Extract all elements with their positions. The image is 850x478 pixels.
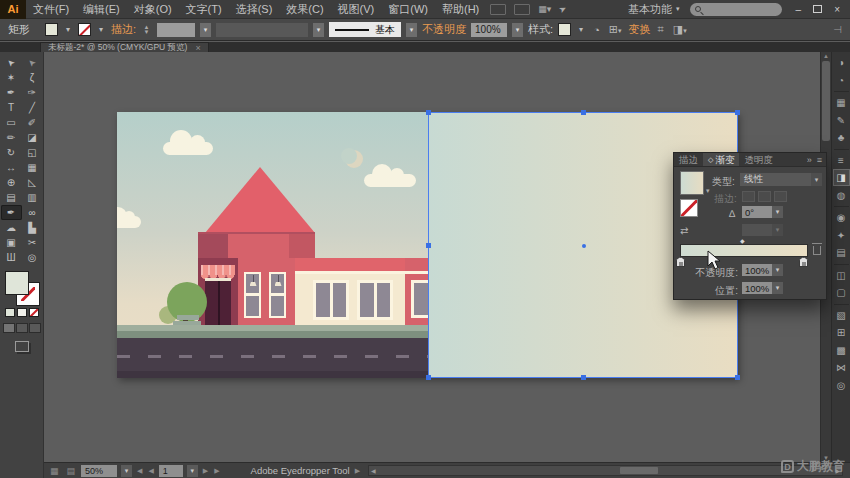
brush-definition-caret[interactable]: ▾ — [406, 23, 417, 37]
panel-menu-icon[interactable]: ≡ — [817, 155, 822, 165]
magic-wand-tool[interactable]: ✶ — [1, 70, 22, 85]
search-input[interactable] — [690, 3, 782, 16]
restore-button[interactable] — [813, 5, 822, 13]
recolor-artwork-icon[interactable]: ◔ — [591, 24, 602, 36]
document-tab[interactable]: 未标题-2* @ 50% (CMYK/GPU 预览) × — [40, 42, 209, 52]
pathfinder-panel-icon[interactable]: ⋈ — [833, 359, 850, 376]
align-icon[interactable]: ⌗ — [656, 23, 666, 36]
symbol-sprayer-tool[interactable]: ☁ — [1, 220, 22, 235]
opacity-value[interactable]: 100% — [471, 23, 507, 37]
reverse-gradient-icon[interactable]: ⇄ — [680, 225, 688, 236]
gradient-preview-swatch[interactable] — [680, 171, 704, 195]
style-caret-icon[interactable]: ▾ — [576, 25, 586, 34]
direct-selection-tool[interactable]: ➤ — [22, 55, 43, 70]
stroke-weight-stepper[interactable]: ▲▼ — [141, 23, 152, 37]
color-guide-panel-icon[interactable]: ◔ — [833, 72, 850, 89]
menu-view[interactable]: 视图(V) — [331, 2, 382, 17]
artboard-tool[interactable]: ▣ — [1, 235, 22, 250]
draw-behind-button[interactable] — [16, 323, 28, 333]
lasso-tool[interactable]: ζ — [22, 70, 43, 85]
transform-panel-icon[interactable]: ▩ — [833, 342, 850, 359]
shape-builder-tool[interactable]: ⊕ — [1, 175, 22, 190]
canvas-rotation-icon[interactable]: ▦ — [48, 466, 61, 476]
arrange-documents-icon[interactable]: ▦▾ — [534, 4, 555, 14]
gradient-tool[interactable]: ▥ — [22, 190, 43, 205]
layers-panel-icon[interactable]: ◫ — [833, 267, 850, 284]
mesh-tool[interactable]: ▤ — [1, 190, 22, 205]
transform-link[interactable]: 变换 — [629, 22, 651, 37]
none-button[interactable] — [29, 308, 39, 317]
prev-artboard-icon[interactable]: ◀ — [147, 467, 154, 475]
align-panel-icon[interactable]: ⊞ — [833, 324, 850, 341]
blend-tool[interactable]: ∞ — [22, 205, 43, 220]
stroke-weight-caret[interactable]: ▾ — [200, 23, 211, 37]
stroke-none-swatch[interactable] — [680, 199, 698, 217]
tab-gradient[interactable]: ◇渐变 — [703, 153, 739, 166]
eraser-tool[interactable]: ◪ — [22, 130, 43, 145]
gradient-midpoint-icon[interactable]: ◆ — [740, 237, 745, 244]
first-artboard-icon[interactable]: ◀ — [136, 467, 143, 475]
scroll-left-icon[interactable]: ◀ — [371, 467, 376, 474]
paintbrush-tool[interactable]: ✐ — [22, 115, 43, 130]
gradient-button[interactable] — [17, 308, 27, 317]
angle-caret-icon[interactable]: ▾ — [772, 206, 783, 218]
tab-transparency[interactable]: 透明度 — [739, 153, 778, 166]
fill-color-swatch[interactable] — [45, 23, 58, 36]
swatches-panel-icon[interactable]: ▦ — [833, 94, 850, 111]
menu-effect[interactable]: 效果(C) — [279, 2, 330, 17]
stroke-within-button[interactable] — [742, 191, 755, 202]
zoom-level-value[interactable]: 50% — [81, 465, 117, 477]
aspect-ratio-select[interactable]: ▾ — [742, 224, 783, 236]
next-artboard-icon[interactable]: ▶ — [202, 467, 209, 475]
status-expand-icon[interactable]: ▶ — [354, 467, 361, 475]
stop-opacity-caret-icon[interactable]: ▾ — [772, 264, 783, 276]
style-swatch[interactable] — [558, 23, 571, 36]
last-artboard-icon[interactable]: ▶ — [213, 467, 220, 475]
menu-object[interactable]: 对象(O) — [127, 2, 179, 17]
line-tool[interactable]: ╱ — [22, 100, 43, 115]
selection-tool[interactable]: ➤ — [1, 55, 22, 70]
artboard-caret-icon[interactable]: ▾ — [187, 465, 198, 477]
gradient-slider[interactable] — [680, 244, 808, 257]
tab-close-icon[interactable]: × — [195, 43, 200, 53]
brush-definition-select[interactable]: 基本 — [329, 22, 401, 37]
collapse-control-bar-icon[interactable]: ⊣ — [833, 24, 842, 35]
stroke-panel-icon[interactable]: ≡ — [833, 152, 850, 169]
screen-mode-button[interactable] — [15, 341, 29, 352]
stop-opacity-value[interactable]: 100% — [742, 264, 772, 276]
stroke-across-button[interactable] — [774, 191, 787, 202]
angle-value[interactable]: 0° — [742, 206, 772, 218]
stroke-caret-icon[interactable]: ▾ — [96, 25, 106, 34]
gradient-swatch-caret-icon[interactable]: ▾ — [706, 187, 710, 195]
artboard[interactable] — [117, 112, 738, 378]
appearance-panel-icon[interactable]: ◉ — [833, 209, 850, 226]
artwork-scene[interactable] — [117, 112, 428, 378]
rotate-tool[interactable]: ↻ — [1, 145, 22, 160]
menu-file[interactable]: 文件(F) — [26, 2, 76, 17]
navigator-panel-icon[interactable]: ◎ — [833, 377, 850, 394]
brushes-panel-icon[interactable]: ✎ — [833, 112, 850, 129]
draw-normal-button[interactable] — [3, 323, 15, 333]
touch-workspace-icon[interactable] — [490, 4, 506, 15]
gradient-type-select[interactable]: 线性 ▾ — [740, 173, 822, 186]
preferences-icon[interactable]: ⊞▾ — [607, 23, 624, 36]
collapse-panel-icon[interactable]: » — [807, 155, 812, 165]
pen-tool[interactable]: ✒ — [1, 85, 22, 100]
tab-stroke[interactable]: 描边 — [674, 153, 703, 166]
free-transform-tool[interactable]: ▦ — [22, 160, 43, 175]
horizontal-scroll-thumb[interactable] — [620, 467, 658, 474]
stroke-along-button[interactable] — [758, 191, 771, 202]
menu-select[interactable]: 选择(S) — [229, 2, 280, 17]
menu-help[interactable]: 帮助(H) — [435, 2, 486, 17]
curvature-tool[interactable]: ✑ — [22, 85, 43, 100]
stroke-color-swatch[interactable] — [78, 23, 91, 36]
color-button[interactable] — [5, 308, 15, 317]
color-panel-icon[interactable]: ◑ — [833, 54, 850, 71]
close-button[interactable]: × — [834, 4, 840, 15]
width-profile-select[interactable] — [216, 23, 308, 37]
hand-tool[interactable]: Ш — [1, 250, 22, 265]
rectangle-tool[interactable]: ▭ — [1, 115, 22, 130]
scroll-up-icon[interactable]: ▲ — [821, 52, 831, 60]
pencil-tool[interactable]: ✏ — [1, 130, 22, 145]
opacity-label[interactable]: 不透明度 — [422, 22, 466, 37]
